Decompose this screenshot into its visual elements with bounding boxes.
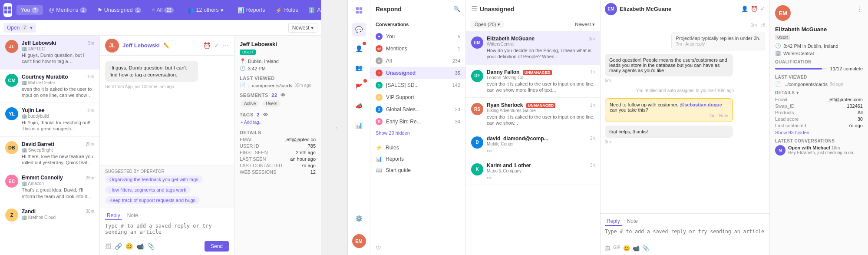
- respond-contacts-icon[interactable]: 👥: [352, 61, 366, 75]
- nav-tab-unassigned[interactable]: ⚑ Unassigned 1: [93, 5, 146, 15]
- respond-nav-startguide[interactable]: 📖 Start guide: [370, 165, 465, 176]
- reply-icons: 🖼 🔗 😊 📹 📎: [105, 243, 201, 250]
- link-icon[interactable]: 🔗: [115, 243, 122, 250]
- building-icon: 🏢: [22, 46, 27, 51]
- attachment-icon[interactable]: 📎: [147, 243, 155, 250]
- cpr-gif-icon[interactable]: GIF: [613, 245, 620, 252]
- respond-nav-vip[interactable]: V VIP Support: [370, 91, 465, 103]
- svg-rect-1: [8, 7, 11, 10]
- frs-latest-conv-title: Latest conversations: [775, 139, 863, 143]
- reply-tab-note[interactable]: Note: [125, 212, 140, 220]
- dots-icon[interactable]: •••: [487, 148, 492, 153]
- check-icon[interactable]: ✓: [214, 42, 219, 49]
- secondary-navigation: Open 7 ▾ Newest ▾: [0, 20, 321, 36]
- respond-nav-mentions[interactable]: @ Mentions 1: [370, 43, 465, 55]
- cpr-reply-input[interactable]: [605, 229, 765, 241]
- sort-chevron: ▾: [311, 25, 314, 31]
- cpr-reply-tab-reply[interactable]: Reply: [605, 217, 622, 226]
- respond-chat-icon[interactable]: 💬: [352, 23, 366, 36]
- cpr-reply-tab-note[interactable]: Note: [625, 217, 640, 226]
- frs-name: Elizabeth McGuane: [775, 26, 863, 33]
- video-icon[interactable]: 📹: [136, 243, 144, 250]
- unassigned-sort[interactable]: Newest ▾: [575, 22, 595, 27]
- nav-tab-others[interactable]: 👥 12 others ▾: [183, 5, 228, 15]
- cpr-emoji-icon[interactable]: 😊: [623, 245, 630, 252]
- app-logo[interactable]: [3, 3, 12, 17]
- reply-tab-reply[interactable]: Reply: [105, 212, 122, 220]
- uconv-item-elizabeth[interactable]: EM Elizabeth McGuane 3m WritersCentral H…: [466, 31, 600, 65]
- respond-nav-global[interactable]: G Global Sales... 23: [370, 103, 465, 116]
- respond-settings-icon[interactable]: ⚙️: [352, 212, 366, 225]
- more-icon[interactable]: ⋯: [223, 42, 229, 49]
- conv-item-yujin[interactable]: YL Yujin Lee 10m 🏢 buddybuild Hi Yujin, …: [0, 103, 99, 137]
- uconv-item-danny[interactable]: DF Danny Fallon UNMANAGED 1h London Movi…: [466, 65, 600, 98]
- nav-tab-you[interactable]: You 7: [17, 5, 43, 15]
- heart-icon[interactable]: ♡: [376, 245, 381, 252]
- reply-input[interactable]: [105, 223, 229, 237]
- send-button[interactable]: Send: [205, 241, 229, 252]
- cpr-video-icon[interactable]: 📹: [633, 245, 640, 252]
- conv-item-zandi[interactable]: Z Zandi 30m 🏢 Krethos Cloud: [0, 204, 99, 226]
- nav-tab-reports[interactable]: 📊 Reports: [233, 5, 270, 15]
- nav-tab-rules[interactable]: ⚡ Rules: [271, 5, 302, 15]
- cpr-attachment-icon[interactable]: 📎: [642, 245, 649, 252]
- frs-details-chevron[interactable]: ▾: [796, 90, 799, 95]
- respond-avatar-icon[interactable]: EM: [352, 234, 366, 248]
- unassigned-filter-open[interactable]: Open (20) ▾: [471, 21, 504, 28]
- respond-nav-show-hidden[interactable]: Show 20 hidden: [370, 128, 465, 138]
- respond-megaphone-icon[interactable]: 📣: [352, 99, 366, 113]
- frs-conv-item-michael[interactable]: M Open with Michael 10m Hey Elizabeth, j…: [775, 145, 863, 156]
- cpr-check-icon[interactable]: ✓: [760, 6, 765, 12]
- add-tag-btn[interactable]: + Add tag...: [240, 119, 316, 126]
- nav-tab-mentions[interactable]: @ Mentions 1: [45, 5, 91, 15]
- emoji-icon[interactable]: 😊: [125, 243, 133, 250]
- respond-nav-all[interactable]: ≡ All 234: [370, 55, 465, 67]
- respond-nav-rules[interactable]: ⚡ Rules: [370, 142, 465, 153]
- frs-company: 🏢 WritersCentral: [775, 50, 863, 56]
- sort-button[interactable]: Newest ▾: [288, 23, 317, 33]
- uconv-time-david-d: 2h: [590, 136, 595, 141]
- uconv-preview-elizabeth: How do you decide on the Pricing, I mean…: [487, 47, 595, 60]
- respond-nav-earlybird[interactable]: E Early Bird Re... 34: [370, 116, 465, 128]
- respond-users-icon[interactable]: 👤: [352, 42, 366, 56]
- uconv-item-ryan[interactable]: RS Ryan Sherlock UNMANAGED 1h Biking Adv…: [466, 98, 600, 131]
- suggestion-chip-2[interactable]: How filters, segments and tags work: [105, 186, 191, 194]
- respond-nav-sales[interactable]: S [SALES] SD... 142: [370, 79, 465, 91]
- snooze-icon[interactable]: ⏰: [203, 42, 211, 49]
- conv-name-courtney: Courtney Murabito: [22, 74, 68, 80]
- conv-item-courtney[interactable]: CM Courtney Murabito 10m 🏢 Mobile Center…: [0, 70, 99, 103]
- segments-title: Segments 22 👁: [240, 93, 316, 98]
- respond-search-icon[interactable]: 🔍: [453, 6, 460, 12]
- respond-bar-chart-icon[interactable]: 📊: [352, 118, 366, 132]
- suggestion-chip-1[interactable]: Organizing the feedback you get with tag…: [105, 176, 203, 183]
- conv-item-emmet[interactable]: EC Emmet Connolly 25m 🏢 Amazon That's a …: [0, 170, 99, 204]
- frs-more-icon[interactable]: ⋮: [856, 5, 863, 13]
- cpr-snooze-icon[interactable]: ⏰: [751, 6, 758, 12]
- sidebar-user-badge: USER: [240, 50, 256, 55]
- frs-time: 🕐 3:42 PM in Dublin, Ireland: [775, 43, 863, 49]
- sec-tab-open[interactable]: Open 7 ▾: [3, 23, 36, 33]
- cpr-reply-tabs: Reply Note: [605, 217, 765, 226]
- uconv-item-david-d[interactable]: D david_diamond@comp... 2h Mobile Center…: [466, 131, 600, 158]
- nav-tab-all[interactable]: ≡ All 23: [147, 5, 178, 15]
- respond-nav-you[interactable]: ● You 5: [370, 30, 465, 43]
- respond-logo-icon[interactable]: [352, 3, 366, 17]
- respond-nav-unassigned[interactable]: ! Unassigned 35: [370, 67, 465, 79]
- dots-icon-2[interactable]: •••: [487, 175, 492, 180]
- image-icon[interactable]: 🖼: [105, 243, 111, 250]
- segment-active[interactable]: Active: [241, 100, 259, 107]
- cpr-image-icon[interactable]: 🖼: [605, 245, 611, 252]
- conv-item-david[interactable]: DB David Barrett 20m 🏢 SweepBright Hi th…: [0, 137, 99, 171]
- segment-users[interactable]: Users: [262, 100, 281, 107]
- svg-rect-2: [4, 10, 7, 13]
- respond-flag-icon[interactable]: 🚩: [352, 80, 366, 94]
- detail-last-contacted: LAST CONTACTED 7d ago: [240, 163, 316, 168]
- edit-icon[interactable]: ✏️: [163, 43, 170, 49]
- uconv-name-danny: Danny Fallon UNMANAGED: [487, 69, 552, 75]
- suggestion-chip-3[interactable]: Keep track of support requests and bugs: [105, 196, 200, 204]
- frs-show-hidden[interactable]: Show 93 hidden: [775, 130, 863, 135]
- cpr-incoming-group-2: that helps, thanks! 3m: [605, 126, 765, 144]
- conv-item-jeff[interactable]: JL Jeff Lebowski 5m 🏢 JAPTEC Hi guys, Du…: [0, 36, 99, 70]
- respond-nav-reports[interactable]: 📊 Reports: [370, 153, 465, 165]
- uconv-item-karim[interactable]: K Karim and 1 other 3h Mario & Company •…: [466, 158, 600, 185]
